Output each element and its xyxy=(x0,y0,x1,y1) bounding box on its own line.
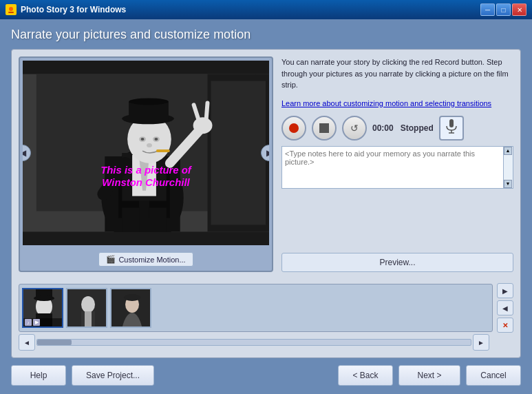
film-strip-area: ♪ ▶ xyxy=(19,283,513,333)
film-strip: ♪ ▶ xyxy=(19,284,493,332)
film-forward-button[interactable]: ▶ xyxy=(497,283,513,298)
svg-point-41 xyxy=(34,296,54,301)
svg-rect-45 xyxy=(85,311,92,328)
window-body: Narrate your pictures and customize moti… xyxy=(0,19,532,394)
minimize-button[interactable]: ─ xyxy=(480,3,495,16)
svg-point-1 xyxy=(9,7,13,11)
notes-textarea[interactable] xyxy=(282,147,503,188)
film-remove-button[interactable]: ✕ xyxy=(497,318,513,333)
preview-button[interactable]: Preview... xyxy=(281,253,513,272)
scroll-down-arrow[interactable]: ▼ xyxy=(504,180,512,188)
save-project-button[interactable]: Save Project... xyxy=(72,365,154,386)
rewind-icon: ↺ xyxy=(350,123,359,134)
film-thumbnail-1[interactable]: ♪ ▶ xyxy=(22,288,63,328)
stop-button[interactable] xyxy=(312,116,337,141)
window-title: Photo Story 3 for Windows xyxy=(21,5,480,14)
picture-frame: This is a picture of Winston Churchill ◀… xyxy=(19,56,273,272)
back-button[interactable]: < Back xyxy=(338,365,393,386)
customize-motion-button[interactable]: 🎬 Customize Motion... xyxy=(98,252,193,267)
svg-rect-31 xyxy=(149,208,167,232)
time-display: 00:00 Stopped xyxy=(372,123,434,133)
svg-text:Winston Churchill: Winston Churchill xyxy=(102,177,190,188)
bottom-bar: Help Save Project... < Back Next > Cance… xyxy=(11,365,521,386)
svg-rect-34 xyxy=(449,119,454,127)
rewind-button[interactable]: ↺ xyxy=(342,116,367,141)
window-controls: ─ □ ✕ xyxy=(480,3,526,16)
mic-icon xyxy=(445,119,458,137)
film-icon: 🎬 xyxy=(106,255,116,264)
thumb-motion-icon: ▶ xyxy=(33,319,40,326)
record-button[interactable] xyxy=(281,116,306,141)
notes-area: ▲ ▼ xyxy=(281,146,513,248)
next-button[interactable]: Next > xyxy=(398,365,460,386)
maximize-button[interactable]: □ xyxy=(496,3,511,16)
side-arrows: ▶ ◀ ✕ xyxy=(497,283,513,333)
svg-point-21 xyxy=(141,138,145,141)
film-scroll-right[interactable]: ► xyxy=(473,334,489,351)
film-thumbnail-3[interactable] xyxy=(110,288,151,328)
mic-button[interactable] xyxy=(439,116,464,141)
film-thumbnail-2[interactable] xyxy=(66,288,107,328)
svg-line-28 xyxy=(206,103,208,121)
svg-rect-7 xyxy=(211,81,266,225)
film-scroll-left[interactable]: ◄ xyxy=(19,334,35,351)
record-dot xyxy=(289,123,299,133)
svg-point-23 xyxy=(147,143,152,147)
svg-rect-2 xyxy=(8,12,14,13)
picture-display: This is a picture of Winston Churchill ◀… xyxy=(23,61,269,245)
right-panel: You can narrate your story by clicking t… xyxy=(281,56,513,272)
film-back-button[interactable]: ◀ xyxy=(497,300,513,315)
page-title: Narrate your pictures and customize moti… xyxy=(11,28,521,42)
app-icon xyxy=(6,4,17,15)
picture-controls: 🎬 Customize Motion... xyxy=(20,248,272,271)
cancel-button[interactable]: Cancel xyxy=(466,365,521,386)
content-area: This is a picture of Winston Churchill ◀… xyxy=(11,49,521,358)
svg-point-22 xyxy=(154,138,158,141)
svg-point-26 xyxy=(193,117,213,134)
close-button[interactable]: ✕ xyxy=(512,3,526,16)
svg-rect-24 xyxy=(156,149,170,152)
stop-square xyxy=(319,123,329,133)
svg-point-43 xyxy=(81,296,95,313)
help-button[interactable]: Help xyxy=(11,365,66,386)
instructions-text: You can narrate your story by clicking t… xyxy=(281,56,513,91)
record-controls: ↺ 00:00 Stopped xyxy=(281,116,513,141)
title-bar: Photo Story 3 for Windows ─ □ ✕ xyxy=(0,0,532,19)
learn-more-link[interactable]: Learn more about customizing motion and … xyxy=(281,99,513,107)
svg-rect-30 xyxy=(122,208,139,232)
thumb-icons-1: ♪ ▶ xyxy=(23,318,62,326)
scroll-up-arrow[interactable]: ▲ xyxy=(504,147,512,155)
thumb-music-icon: ♪ xyxy=(25,319,32,326)
svg-point-48 xyxy=(124,294,140,301)
svg-text:This is a picture of: This is a picture of xyxy=(100,165,193,176)
main-row: This is a picture of Winston Churchill ◀… xyxy=(19,56,513,272)
svg-point-18 xyxy=(129,98,169,105)
